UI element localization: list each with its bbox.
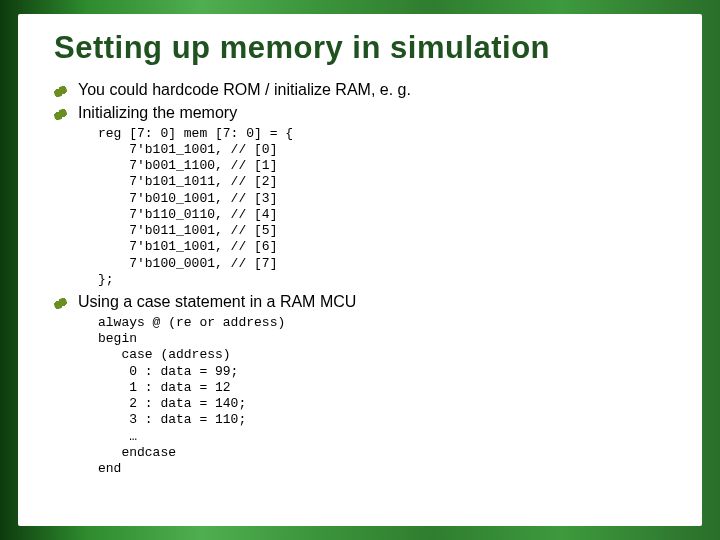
bullet-text: Using a case statement in a RAM MCU	[78, 293, 356, 310]
slide-background: Setting up memory in simulation You coul…	[0, 0, 720, 540]
code-block-case-stmt: always @ (re or address) begin case (add…	[98, 315, 666, 478]
slide-panel: Setting up memory in simulation You coul…	[18, 14, 702, 526]
slide-title: Setting up memory in simulation	[54, 30, 666, 66]
bullet-item: You could hardcode ROM / initialize RAM,…	[54, 80, 666, 101]
bullet-text: Initializing the memory	[78, 104, 237, 121]
code-block-mem-init: reg [7: 0] mem [7: 0] = { 7'b101_1001, /…	[98, 126, 666, 289]
bullet-list: Using a case statement in a RAM MCU	[54, 292, 666, 313]
bullet-item: Initializing the memory	[54, 103, 666, 124]
bullet-list: You could hardcode ROM / initialize RAM,…	[54, 80, 666, 124]
bullet-item: Using a case statement in a RAM MCU	[54, 292, 666, 313]
bullet-text: You could hardcode ROM / initialize RAM,…	[78, 81, 411, 98]
